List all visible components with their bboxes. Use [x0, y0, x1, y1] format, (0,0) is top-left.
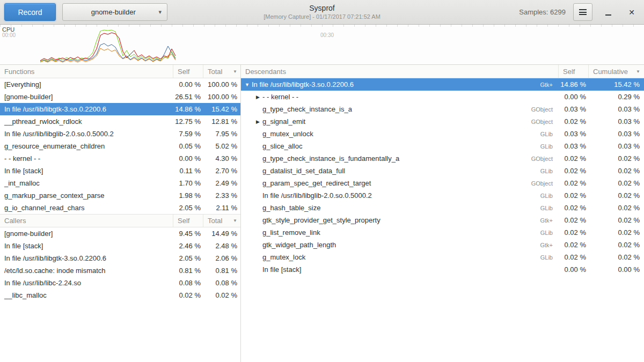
function-row[interactable]: __pthread_rwlock_rdlock 12.75 % 12.81 % [0, 115, 240, 128]
caller-name: In file /usr/lib/libc-2.24.so [0, 279, 173, 287]
minimize-icon [605, 14, 611, 16]
process-selector[interactable]: gnome-builder ▾ [62, 3, 167, 21]
descendant-name: In file /usr/lib/libglib-2.0.so.0.5000.2 [261, 191, 540, 200]
self-percent: 0.03 % [558, 130, 588, 138]
descendant-row[interactable]: g_type_check_instance_is_fundamentally_a… [241, 152, 644, 165]
caller-row[interactable]: __libc_malloc 0.02 % 0.02 % [0, 289, 240, 301]
close-button[interactable]: ✕ [624, 4, 640, 20]
caller-name: [gnome-builder] [0, 230, 173, 238]
minimize-button[interactable] [600, 4, 616, 20]
expander-icon[interactable]: ▼ [244, 82, 251, 87]
total-percent: 100.00 % [203, 93, 240, 101]
cumulative-percent: 0.03 % [588, 130, 644, 138]
self-percent: 0.02 % [558, 241, 588, 249]
descendant-name: In file [stack] [261, 265, 553, 274]
cumulative-percent: 0.29 % [588, 93, 644, 101]
descendant-row[interactable]: g_slice_alloc GLib 0.03 % 0.03 % [241, 140, 644, 152]
function-row[interactable]: [gnome-builder] 26.51 % 100.00 % [0, 91, 240, 103]
descendant-row[interactable]: ▼ In file /usr/lib/libgtk-3.so.0.2200.6 … [241, 78, 644, 91]
self-percent: 14.86 % [558, 80, 588, 88]
descendant-row[interactable]: g_param_spec_get_redirect_target GObject… [241, 177, 644, 189]
cumulative-percent: 0.02 % [588, 228, 644, 237]
self-percent: 0.00 % [558, 93, 588, 101]
cumulative-percent: 0.03 % [588, 142, 644, 150]
column-header-functions[interactable]: Functions [0, 65, 173, 78]
descendant-row[interactable]: g_type_check_instance_is_a GObject 0.03 … [241, 103, 644, 115]
library-badge: GObject [531, 119, 558, 125]
chevron-down-icon: ▾ [158, 9, 162, 16]
column-header-cumulative[interactable]: Cumulative ▼ [588, 65, 644, 78]
column-header-self[interactable]: Self [558, 65, 588, 78]
sort-indicator-icon: ▼ [636, 69, 640, 74]
descendant-row[interactable]: gtk_style_provider_get_style_property Gt… [241, 214, 644, 226]
column-header-callers[interactable]: Callers [0, 215, 173, 227]
caller-name: /etc/ld.so.cache: inode mismatch [0, 267, 173, 275]
descendant-row[interactable]: gtk_widget_path_length Gtk+ 0.02 % 0.02 … [241, 239, 644, 251]
self-percent: 14.86 % [173, 105, 203, 113]
descendant-row[interactable]: g_hash_table_size GLib 0.02 % 0.02 % [241, 202, 644, 214]
function-row[interactable]: g_io_channel_read_chars 2.05 % 2.11 % [0, 202, 240, 214]
column-header-total[interactable]: Total ▼ [203, 65, 240, 78]
cumulative-percent: 0.02 % [588, 216, 644, 224]
caller-row[interactable]: In file /usr/lib/libc-2.24.so 0.08 % 0.0… [0, 277, 240, 289]
caller-row[interactable]: [gnome-builder] 9.45 % 14.49 % [0, 227, 240, 240]
sort-indicator-icon: ▼ [233, 218, 237, 223]
total-percent: 2.33 % [203, 191, 240, 200]
total-percent: 2.06 % [203, 254, 240, 262]
function-row[interactable]: In file [stack] 0.11 % 2.70 % [0, 165, 240, 177]
column-header-self[interactable]: Self [173, 65, 203, 78]
caller-row[interactable]: In file /usr/lib/libgtk-3.so.0.2200.6 2.… [0, 252, 240, 264]
library-badge: GObject [531, 156, 558, 162]
total-percent: 2.11 % [203, 204, 240, 212]
function-row[interactable]: [Everything] 0.00 % 100.00 % [0, 78, 240, 91]
self-percent: 0.02 % [558, 191, 588, 200]
cumulative-percent: 0.02 % [588, 241, 644, 249]
self-percent: 0.81 % [173, 267, 203, 275]
descendant-name: g_mutex_lock [261, 253, 540, 261]
caller-name: In file [stack] [0, 242, 173, 250]
descendant-name: - - kernel - - [261, 93, 553, 101]
descendant-row[interactable]: In file /usr/lib/libglib-2.0.so.0.5000.2… [241, 189, 644, 202]
callers-table-header: Callers Self Total ▼ [0, 214, 240, 227]
function-row[interactable]: - - kernel - - 0.00 % 4.30 % [0, 152, 240, 165]
cpu-timeline[interactable]: CPU 00:00 00:30 [0, 25, 644, 65]
record-button[interactable]: Record [4, 3, 56, 21]
function-name: [Everything] [0, 80, 173, 88]
cumulative-percent: 0.02 % [588, 167, 644, 175]
descendant-row[interactable]: g_mutex_lock GLib 0.02 % 0.02 % [241, 251, 644, 263]
descendant-row[interactable]: ▶ g_signal_emit GObject 0.02 % 0.03 % [241, 115, 644, 128]
descendant-row[interactable]: g_datalist_id_set_data_full GLib 0.02 % … [241, 165, 644, 177]
descendant-name: g_slice_alloc [261, 142, 540, 150]
cumulative-percent: 0.03 % [588, 105, 644, 113]
descendant-row[interactable]: g_mutex_unlock GLib 0.03 % 0.03 % [241, 128, 644, 140]
function-name: [gnome-builder] [0, 93, 173, 101]
functions-table-header: Functions Self Total ▼ [0, 65, 240, 78]
descendant-row[interactable]: ▶ - - kernel - - 0.00 % 0.29 % [241, 91, 644, 103]
function-row[interactable]: In file /usr/lib/libgtk-3.so.0.2200.6 14… [0, 103, 240, 115]
descendant-row[interactable]: g_list_remove_link GLib 0.02 % 0.02 % [241, 226, 644, 239]
expander-icon[interactable]: ▶ [254, 94, 261, 100]
menu-button[interactable] [573, 3, 592, 21]
close-icon: ✕ [628, 8, 635, 17]
caller-row[interactable]: /etc/ld.so.cache: inode mismatch 0.81 % … [0, 264, 240, 277]
caller-row[interactable]: In file [stack] 2.46 % 2.48 % [0, 240, 240, 252]
descendant-name: g_hash_table_size [261, 204, 540, 212]
caller-name: __libc_malloc [0, 291, 173, 299]
self-percent: 0.02 % [558, 179, 588, 187]
descendants-table: ▼ In file /usr/lib/libgtk-3.so.0.2200.6 … [241, 78, 644, 276]
function-row[interactable]: g_markup_parse_context_parse 1.98 % 2.33… [0, 189, 240, 202]
function-name: _int_malloc [0, 179, 173, 187]
descendant-row[interactable]: In file [stack] 0.00 % 0.00 % [241, 263, 644, 276]
function-row[interactable]: _int_malloc 1.70 % 2.49 % [0, 177, 240, 189]
descendant-name: gtk_widget_path_length [261, 241, 540, 249]
cumulative-percent: 0.02 % [588, 204, 644, 212]
library-badge: GObject [531, 180, 558, 187]
column-header-descendants[interactable]: Descendants [241, 65, 558, 78]
expander-icon[interactable]: ▶ [254, 119, 261, 124]
function-row[interactable]: In file /usr/lib/libglib-2.0.so.0.5000.2… [0, 128, 240, 140]
library-badge: Gtk+ [540, 217, 558, 224]
function-row[interactable]: g_resource_enumerate_children 0.05 % 5.0… [0, 140, 240, 152]
main-panels: Functions Self Total ▼ [Everything] 0.00… [0, 65, 644, 362]
column-header-total[interactable]: Total ▼ [203, 215, 240, 227]
column-header-self[interactable]: Self [173, 215, 203, 227]
